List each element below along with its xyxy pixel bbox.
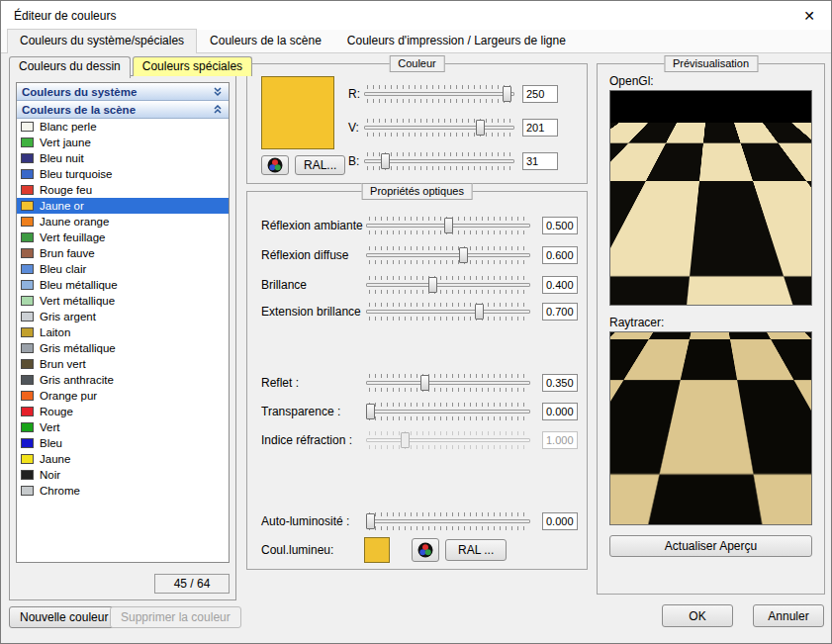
- color-list-item[interactable]: Bleu métallique: [17, 277, 229, 293]
- section-label: Couleurs de la scène: [22, 104, 136, 116]
- slider[interactable]: [366, 511, 530, 531]
- window-title: Éditeur de couleurs: [14, 9, 116, 23]
- optical-property-value-field[interactable]: 0.000: [542, 403, 578, 420]
- slider-ticks: [369, 388, 527, 392]
- color-list-item[interactable]: Bleu turquoise: [17, 166, 229, 182]
- slider[interactable]: [366, 275, 530, 295]
- tab-print-colors-line-widths[interactable]: Couleurs d'impression / Largeurs de lign…: [334, 29, 579, 52]
- color-list-item[interactable]: Bleu: [17, 435, 229, 451]
- slider[interactable]: [366, 216, 530, 235]
- color-list-item[interactable]: Noir: [17, 467, 229, 483]
- color-list-item[interactable]: Rouge feu: [17, 182, 229, 198]
- delete-color-button[interactable]: Supprimer la couleur: [110, 606, 241, 628]
- slider[interactable]: [364, 118, 514, 138]
- luminous-ral-button[interactable]: RAL ...: [445, 539, 507, 561]
- color-swatch: [21, 391, 34, 401]
- opengl-preview-image: [609, 90, 812, 306]
- checkerboard-floor: [609, 90, 812, 123]
- color-list-item[interactable]: Gris argent: [17, 309, 229, 324]
- color-list-item[interactable]: Jaune orange: [17, 214, 229, 230]
- slider-thumb[interactable]: [476, 120, 485, 136]
- section-system-colors[interactable]: Couleurs du système: [17, 83, 229, 101]
- optical-property-row: Auto-luminosité :0.000: [247, 511, 587, 531]
- color-list-item[interactable]: Jaune or: [17, 198, 229, 214]
- slider[interactable]: [366, 402, 530, 421]
- slider-thumb[interactable]: [475, 304, 484, 320]
- optical-property-label: Réflexion ambiante: [261, 219, 366, 232]
- ok-button[interactable]: OK: [662, 604, 733, 627]
- color-list-item[interactable]: Bleu clair: [17, 261, 229, 277]
- color-name: Vert feuillage: [40, 231, 106, 243]
- color-swatch: [21, 407, 34, 416]
- optical-property-row: Extension brillance0.700: [247, 302, 587, 322]
- optical-property-value-field[interactable]: 0.000: [542, 512, 578, 530]
- slider[interactable]: [366, 373, 530, 393]
- cancel-button[interactable]: Annuler: [753, 604, 824, 627]
- color-list-item[interactable]: Laiton: [17, 324, 229, 340]
- color-list-item[interactable]: Vert métallique: [17, 293, 229, 309]
- color-list-item[interactable]: Chrome: [17, 483, 229, 499]
- section-scene-colors[interactable]: Couleurs de la scène: [17, 101, 229, 119]
- color-list-item[interactable]: Bleu nuit: [17, 150, 229, 166]
- slider[interactable]: [366, 245, 530, 265]
- tab-scene-colors[interactable]: Couleurs de la scène: [197, 29, 334, 52]
- channel-value-field[interactable]: 201: [522, 119, 558, 137]
- subtab-special-colors[interactable]: Couleurs spéciales: [133, 56, 252, 76]
- color-list-item[interactable]: Brun vert: [17, 356, 229, 372]
- refresh-preview-button[interactable]: Actualiser Aperçu: [609, 535, 812, 557]
- slider-thumb[interactable]: [381, 153, 390, 169]
- slider-thumb[interactable]: [444, 218, 453, 233]
- raytracer-label: Raytracer:: [609, 316, 664, 329]
- slider-thumb[interactable]: [420, 375, 429, 391]
- color-swatch: [21, 185, 34, 195]
- color-list-item[interactable]: Gris anthracite: [17, 372, 229, 388]
- slider[interactable]: [364, 151, 514, 171]
- color-list-item[interactable]: Rouge: [17, 404, 229, 419]
- color-name: Rouge feu: [40, 184, 92, 196]
- color-name: Laiton: [40, 326, 70, 338]
- color-list-item[interactable]: Vert: [17, 419, 229, 435]
- color-list-item[interactable]: Orange pur: [17, 388, 229, 404]
- slider-thumb[interactable]: [428, 277, 437, 293]
- optical-property-value-field[interactable]: 0.700: [542, 303, 578, 321]
- optical-property-label: Réflexion diffuse: [261, 248, 366, 262]
- color-swatch: [21, 375, 34, 385]
- slider[interactable]: [364, 84, 514, 104]
- color-list-item[interactable]: Jaune: [17, 451, 229, 467]
- luminous-color-row: Coul.lumineu: RAL ...: [261, 536, 578, 564]
- channel-value-field[interactable]: 31: [522, 152, 558, 170]
- color-swatch: [21, 454, 34, 464]
- slider-track: [364, 126, 514, 130]
- optics-group-title: Propriétés optiques: [361, 183, 473, 200]
- color-swatch: [21, 248, 34, 258]
- slider-thumb[interactable]: [366, 513, 375, 529]
- optical-property-value-field[interactable]: 0.500: [542, 217, 578, 234]
- luminous-color-picker-button[interactable]: [412, 538, 439, 562]
- color-list-item[interactable]: Brun fauve: [17, 245, 229, 261]
- slider[interactable]: [366, 302, 530, 322]
- color-swatch: [21, 470, 34, 480]
- optical-property-value-field[interactable]: 0.400: [542, 276, 578, 294]
- close-button[interactable]: ✕: [787, 1, 831, 30]
- subtab-drawing-colors[interactable]: Couleurs du dessin: [9, 56, 131, 78]
- channel-label: R:: [348, 87, 364, 101]
- slider-track: [366, 381, 530, 385]
- slider-thumb[interactable]: [459, 247, 468, 263]
- titlebar: Éditeur de couleurs ✕: [1, 1, 831, 30]
- color-swatch: [21, 296, 34, 306]
- slider-thumb[interactable]: [366, 404, 375, 419]
- color-name: Jaune or: [40, 200, 84, 212]
- color-wheel-icon: [417, 542, 433, 558]
- optical-property-value-field[interactable]: 0.350: [542, 374, 578, 392]
- main-tabstrip: Couleurs du système/spéciales Couleurs d…: [1, 30, 831, 53]
- color-list-item[interactable]: Vert feuillage: [17, 230, 229, 245]
- color-list-item[interactable]: Blanc perle: [17, 119, 229, 135]
- optical-property-value-field[interactable]: 0.600: [542, 246, 578, 264]
- channel-value-field[interactable]: 250: [522, 85, 558, 103]
- color-list-item[interactable]: Vert jaune: [17, 135, 229, 150]
- color-swatch: [21, 343, 34, 353]
- slider-thumb[interactable]: [503, 86, 511, 102]
- new-color-button[interactable]: Nouvelle couleur: [9, 606, 119, 628]
- tab-system-special-colors[interactable]: Couleurs du système/spéciales: [7, 29, 197, 53]
- color-list-item[interactable]: Gris métallique: [17, 340, 229, 356]
